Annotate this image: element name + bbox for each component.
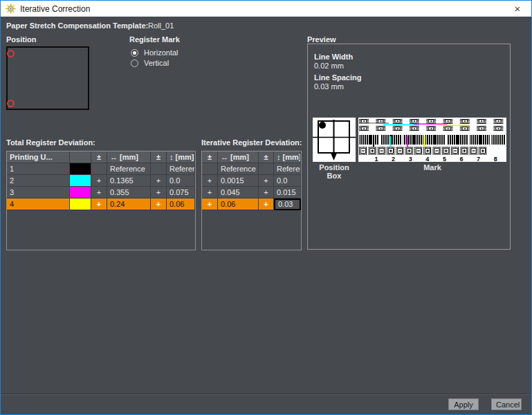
mark-image-label: Mark bbox=[358, 163, 506, 172]
color-swatch bbox=[70, 163, 91, 175]
radio-vertical-label: Vertical bbox=[144, 59, 169, 67]
mark-number: 6 bbox=[459, 156, 463, 162]
h-sign-button[interactable] bbox=[91, 163, 107, 175]
footer-separator bbox=[1, 394, 531, 395]
template-label: Paper Stretch Compensation Template: bbox=[6, 21, 148, 30]
mark-number: 7 bbox=[477, 156, 480, 162]
h-value-cell[interactable]: 0.1365 bbox=[107, 175, 151, 187]
v-value-cell[interactable]: Reference bbox=[167, 163, 195, 175]
header-printing-unit: Printing U... bbox=[7, 151, 70, 163]
color-swatch bbox=[70, 175, 91, 187]
mark-number: 2 bbox=[392, 156, 395, 162]
header-v-mm: ↕ [mm] bbox=[274, 151, 301, 163]
v-value-cell[interactable]: Reference bbox=[274, 163, 301, 175]
h-value-cell[interactable]: 0.355 bbox=[107, 187, 151, 199]
unit-cell[interactable]: 2 bbox=[7, 175, 70, 187]
h-sign-button[interactable]: + bbox=[202, 187, 218, 199]
mark-number: 3 bbox=[409, 156, 412, 162]
v-value-cell[interactable]: 0.075 bbox=[167, 187, 195, 199]
radio-horizontal-label: Horizontal bbox=[144, 48, 178, 57]
mark-number: 8 bbox=[494, 156, 497, 162]
radio-selected-icon[interactable] bbox=[131, 49, 138, 57]
position-label: Position bbox=[6, 35, 36, 44]
line-spacing-label: Line Spacing bbox=[314, 73, 361, 82]
header-h-sign: ± bbox=[202, 151, 218, 163]
v-value-edit-cell[interactable]: 0.03 bbox=[274, 199, 301, 210]
unit-cell[interactable]: 3 bbox=[7, 187, 70, 199]
register-position-bottom-left-icon[interactable] bbox=[7, 100, 15, 107]
preview-panel: Line Width 0.02 mm Line Spacing 0.03 mm bbox=[307, 44, 511, 250]
preview-label: Preview bbox=[307, 35, 336, 44]
v-value-cell[interactable]: 0.0 bbox=[167, 175, 195, 187]
h-value-cell[interactable]: 0.06 bbox=[218, 199, 259, 210]
header-v-mm: ↕ [mm] bbox=[167, 151, 195, 163]
header-h-mm: ↔ [mm] bbox=[218, 151, 259, 163]
header-v-sign: ± bbox=[259, 151, 274, 163]
v-sign-button[interactable]: + bbox=[151, 199, 167, 210]
header-v-sign: ± bbox=[151, 151, 167, 163]
h-sign-button[interactable]: + bbox=[91, 175, 107, 187]
line-width-value: 0.02 mm bbox=[314, 62, 344, 70]
h-sign-button[interactable]: + bbox=[202, 199, 218, 210]
mark-number: 4 bbox=[425, 156, 429, 162]
iterative-deviation-title: Iterative Register Deviation: bbox=[201, 138, 302, 147]
template-value: Roll_01 bbox=[148, 21, 174, 30]
radio-horizontal[interactable]: Horizontal bbox=[131, 48, 178, 57]
unit-cell[interactable]: 4 bbox=[7, 199, 70, 210]
v-sign-button[interactable]: + bbox=[259, 187, 274, 199]
position-box-image bbox=[313, 118, 356, 162]
mark-image: 1 2 3 4 5 6 7 8 bbox=[358, 118, 506, 162]
header-h-sign: ± bbox=[91, 151, 107, 163]
h-value-cell[interactable]: 0.24 bbox=[107, 199, 151, 210]
radio-unselected-icon[interactable] bbox=[131, 59, 138, 67]
iterative-deviation-table: ± ↔ [mm] ± ↕ [mm] Reference Reference + … bbox=[201, 151, 302, 250]
close-icon[interactable]: × bbox=[511, 2, 524, 15]
header-h-mm: ↔ [mm] bbox=[107, 151, 151, 163]
cancel-button[interactable]: Cancel bbox=[491, 398, 522, 410]
v-sign-button[interactable]: + bbox=[151, 187, 167, 199]
unit-cell[interactable]: 1 bbox=[7, 163, 70, 175]
h-sign-button[interactable]: + bbox=[202, 175, 218, 187]
h-value-cell[interactable]: 0.045 bbox=[218, 187, 259, 199]
h-sign-button[interactable] bbox=[202, 163, 218, 175]
h-sign-button[interactable]: + bbox=[91, 199, 107, 210]
v-sign-button[interactable]: + bbox=[259, 199, 274, 210]
total-deviation-title: Total Register Deviation: bbox=[6, 138, 95, 147]
v-sign-button[interactable] bbox=[151, 163, 167, 175]
total-deviation-table: Printing U... ± ↔ [mm] ± ↕ [mm] 1 Refere… bbox=[6, 151, 196, 250]
mark-number: 1 bbox=[374, 156, 378, 162]
h-value-cell[interactable]: Reference bbox=[218, 163, 259, 175]
apply-button[interactable]: Apply bbox=[448, 398, 479, 410]
h-value-cell[interactable]: 0.0015 bbox=[218, 175, 259, 187]
v-value-cell[interactable]: 0.0 bbox=[274, 175, 301, 187]
header-color bbox=[70, 151, 91, 163]
h-sign-button[interactable]: + bbox=[91, 187, 107, 199]
h-value-cell[interactable]: Reference bbox=[107, 163, 151, 175]
mark-number: 5 bbox=[443, 156, 446, 162]
color-swatch bbox=[70, 187, 91, 199]
title-bar: Iterative Correction × bbox=[1, 1, 531, 17]
color-swatch bbox=[70, 199, 91, 210]
line-spacing-value: 0.03 mm bbox=[314, 82, 344, 91]
v-value-cell[interactable]: 0.015 bbox=[274, 187, 301, 199]
window-title: Iterative Correction bbox=[20, 4, 90, 14]
radio-vertical[interactable]: Vertical bbox=[131, 58, 169, 68]
v-sign-button[interactable]: + bbox=[151, 175, 167, 187]
iterative-correction-dialog: Iterative Correction × Paper Stretch Com… bbox=[0, 0, 532, 415]
v-sign-button[interactable]: + bbox=[259, 175, 274, 187]
v-value-cell[interactable]: 0.06 bbox=[167, 199, 195, 210]
register-mark-label: Register Mark bbox=[129, 35, 180, 44]
position-box-image-label: Position Box bbox=[313, 163, 356, 180]
register-position-top-left-icon[interactable] bbox=[7, 50, 15, 57]
line-width-label: Line Width bbox=[314, 53, 353, 61]
position-selector[interactable] bbox=[6, 46, 89, 110]
v-sign-button[interactable] bbox=[259, 163, 274, 175]
app-icon bbox=[6, 3, 16, 14]
